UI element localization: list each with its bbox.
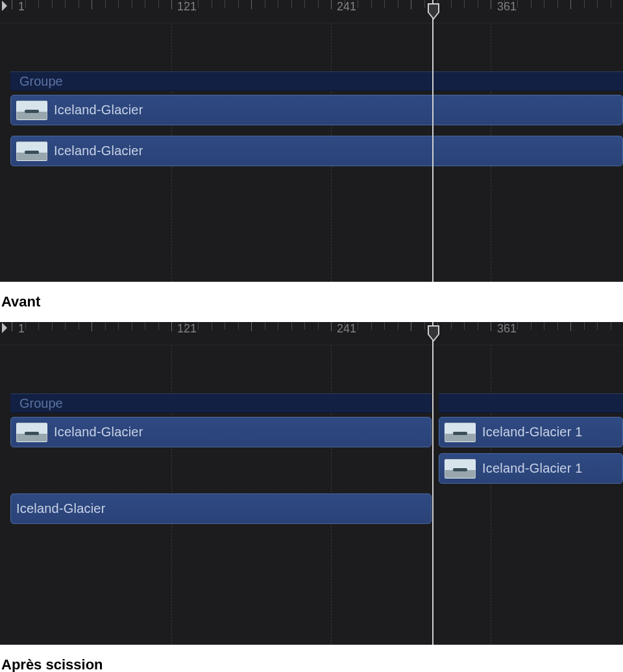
- ruler-tick: [145, 0, 145, 8]
- ruler-tick: [25, 0, 26, 8]
- ruler-number: 121: [177, 0, 197, 14]
- ruler-tick: [238, 322, 239, 330]
- ruler-tick: [132, 322, 132, 330]
- timeline-clip[interactable]: Iceland-Glacier 1: [439, 453, 623, 484]
- group-header[interactable]: Groupe: [10, 71, 623, 91]
- timeline-clip[interactable]: Iceland-Glacier 1: [439, 417, 623, 447]
- ruler-tick: [145, 322, 145, 330]
- ruler-tick: [251, 322, 252, 331]
- group-label: Groupe: [19, 74, 63, 89]
- ruler-tick: [318, 322, 319, 330]
- ruler-tick: [38, 322, 39, 330]
- ruler-tick: [570, 322, 571, 331]
- ruler-tick: [65, 322, 66, 330]
- ruler-tick: [358, 0, 358, 8]
- ruler-tick: [584, 0, 585, 8]
- clip-thumbnail: [445, 459, 476, 479]
- group-label: Groupe: [19, 396, 63, 411]
- timeline-clip[interactable]: Iceland-Glacier: [10, 136, 623, 166]
- ruler-tick: [225, 322, 225, 330]
- clip-thumbnail: [445, 423, 476, 442]
- ruler-tick: [411, 0, 411, 9]
- playback-start-icon[interactable]: [1, 0, 8, 13]
- ruler-number: 1: [18, 0, 25, 14]
- svg-marker-0: [2, 1, 7, 11]
- ruler-tick: [531, 0, 531, 8]
- ruler-tick: [132, 0, 132, 8]
- ruler-tick: [304, 0, 305, 8]
- timeline-clip[interactable]: Iceland-Glacier: [10, 493, 432, 524]
- timeline-clip[interactable]: Iceland-Glacier: [10, 95, 623, 125]
- ruler-tick: [544, 322, 544, 330]
- ruler-tick: [278, 322, 278, 330]
- ruler-tick: [158, 322, 159, 330]
- clip-label: Iceland-Glacier: [54, 103, 143, 118]
- ruler-tick: [105, 322, 106, 330]
- ruler-tick: [411, 322, 411, 331]
- ruler-tick: [331, 322, 332, 331]
- ruler-tick: [384, 0, 385, 8]
- ruler-tick: [171, 322, 172, 331]
- timeline-ruler[interactable]: 1121241361: [0, 322, 623, 345]
- ruler-tick: [491, 322, 491, 331]
- ruler-tick: [171, 0, 172, 9]
- ruler-tick: [198, 0, 199, 8]
- playhead-handle-icon[interactable]: [427, 3, 440, 20]
- ruler-tick: [517, 322, 518, 330]
- timeline-ruler[interactable]: 1121241361: [0, 0, 623, 23]
- playhead[interactable]: [432, 0, 434, 282]
- ruler-tick: [25, 322, 26, 330]
- timeline-clip[interactable]: Iceland-Glacier: [10, 417, 432, 447]
- ruler-tick: [79, 322, 79, 330]
- ruler-tick: [12, 322, 12, 331]
- ruler-tick: [52, 0, 53, 8]
- ruler-tick: [424, 322, 425, 330]
- ruler-number: 241: [337, 322, 356, 336]
- group-header[interactable]: Groupe: [10, 393, 432, 413]
- clip-label: Iceland-Glacier: [54, 425, 143, 440]
- group-header[interactable]: [439, 393, 623, 413]
- ruler-tick: [158, 0, 159, 8]
- ruler-tick: [52, 322, 53, 330]
- ruler-number: 121: [177, 322, 197, 336]
- playback-start-icon[interactable]: [1, 322, 8, 335]
- ruler-tick: [238, 0, 239, 8]
- playhead-handle-icon[interactable]: [427, 325, 440, 342]
- ruler-tick: [398, 322, 398, 330]
- ruler-tick: [451, 322, 452, 330]
- ruler-tick: [38, 0, 39, 8]
- ruler-tick: [65, 0, 66, 8]
- clip-label: Iceland-Glacier: [16, 501, 106, 516]
- ruler-tick: [557, 0, 558, 8]
- ruler-tick: [464, 0, 465, 8]
- ruler-number: 241: [337, 0, 356, 14]
- ruler-tick: [105, 0, 106, 8]
- ruler-tick: [384, 322, 385, 330]
- timeline-panel-before: 1121241361 Groupe Iceland-GlacierIceland…: [0, 0, 623, 282]
- clip-thumbnail: [16, 423, 47, 442]
- clip-thumbnail: [16, 101, 47, 120]
- ruler-tick: [557, 322, 558, 330]
- ruler-tick: [278, 0, 278, 8]
- ruler-tick: [291, 0, 292, 8]
- grid-line: [331, 322, 332, 645]
- ruler-tick: [544, 0, 544, 8]
- ruler-tick: [464, 322, 465, 330]
- ruler-tick: [12, 0, 12, 9]
- clip-label: Iceland-Glacier 1: [482, 425, 583, 440]
- ruler-tick: [371, 322, 372, 330]
- caption-before: Avant: [0, 282, 623, 313]
- ruler-tick: [212, 0, 212, 8]
- caption-after: Après scission: [0, 645, 623, 672]
- ruler-tick: [331, 0, 332, 9]
- ruler-tick: [597, 322, 598, 330]
- playhead[interactable]: [432, 322, 434, 645]
- ruler-number: 361: [497, 0, 517, 14]
- ruler-tick: [531, 322, 531, 330]
- ruler-number: 361: [497, 322, 517, 336]
- clip-label: Iceland-Glacier 1: [482, 461, 583, 476]
- ruler-tick: [611, 322, 611, 330]
- ruler-tick: [291, 322, 292, 330]
- ruler-tick: [79, 0, 79, 8]
- ruler-tick: [398, 0, 398, 8]
